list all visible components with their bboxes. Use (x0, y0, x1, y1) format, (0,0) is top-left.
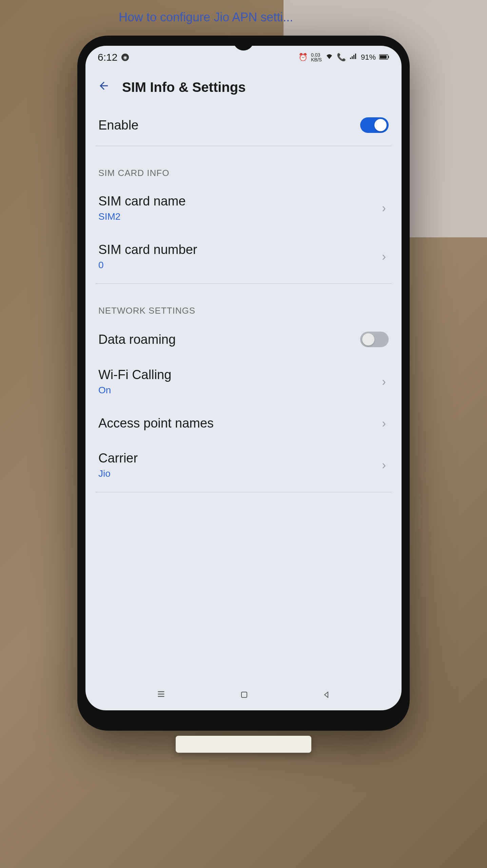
divider (96, 492, 391, 492)
nav-recents-icon[interactable] (148, 685, 174, 706)
sim-card-name-label: SIM card name (98, 194, 379, 209)
enable-row[interactable]: Enable (96, 107, 391, 143)
wifi-icon (325, 53, 333, 62)
data-roaming-row[interactable]: Data roaming (96, 321, 391, 357)
sim-card-number-value: 0 (98, 260, 379, 271)
enable-toggle[interactable] (360, 117, 389, 133)
net-speed-icon: 0.03 KB/S (311, 53, 322, 62)
apn-row[interactable]: Access point names › (96, 406, 391, 441)
wifi-calling-value: On (98, 385, 379, 396)
phone-stand (176, 736, 311, 753)
battery-percent: 91% (361, 53, 376, 62)
divider (96, 146, 391, 146)
signal-icon (349, 53, 357, 62)
wifi-calling-row[interactable]: Wi-Fi Calling On › (96, 357, 391, 406)
chevron-right-icon: › (379, 375, 389, 389)
carrier-row[interactable]: Carrier Jio › (96, 441, 391, 489)
battery-icon (379, 53, 389, 62)
nav-home-icon[interactable] (232, 685, 256, 706)
status-app-icon: ◉ (121, 54, 129, 61)
svg-rect-2 (353, 55, 354, 59)
chevron-right-icon: › (379, 250, 389, 264)
toggle-knob (374, 119, 387, 131)
settings-content: Enable SIM CARD INFO SIM card name SIM2 … (85, 107, 402, 680)
background-browser-tab-text: How to configure Jio APN setti... (119, 10, 293, 24)
status-right: ⏰ 0.03 KB/S 📞 91% (298, 53, 389, 62)
apn-label: Access point names (98, 416, 379, 431)
chevron-right-icon: › (379, 416, 389, 431)
svg-rect-3 (355, 54, 356, 59)
alarm-icon: ⏰ (298, 53, 308, 62)
sim-card-name-row[interactable]: SIM card name SIM2 › (96, 184, 391, 232)
svg-rect-5 (380, 55, 387, 59)
chevron-right-icon: › (379, 201, 389, 215)
page-title: SIM Info & Settings (122, 80, 246, 95)
svg-rect-6 (388, 56, 389, 58)
data-roaming-label: Data roaming (98, 332, 360, 347)
carrier-value: Jio (98, 468, 379, 479)
phone-body: 6:12 ◉ ⏰ 0.03 KB/S 📞 (77, 36, 410, 731)
back-arrow-icon[interactable] (95, 77, 113, 98)
svg-rect-7 (241, 692, 247, 697)
sim-card-name-value: SIM2 (98, 211, 379, 222)
svg-rect-0 (350, 58, 351, 59)
sim-card-number-row[interactable]: SIM card number 0 › (96, 232, 391, 281)
navigation-bar (85, 680, 402, 710)
enable-label: Enable (98, 118, 360, 133)
status-left: 6:12 ◉ (98, 52, 129, 63)
wifi-calling-label: Wi-Fi Calling (98, 368, 379, 382)
phone-screen: 6:12 ◉ ⏰ 0.03 KB/S 📞 (85, 46, 402, 710)
volte-icon: 📞 (337, 53, 346, 62)
section-header-sim-info: SIM CARD INFO (96, 154, 391, 184)
nav-back-icon[interactable] (314, 685, 339, 706)
sim-card-number-label: SIM card number (98, 242, 379, 257)
section-header-network: NETWORK SETTINGS (96, 292, 391, 321)
divider (96, 283, 391, 284)
screen-header: SIM Info & Settings (85, 69, 402, 107)
carrier-label: Carrier (98, 451, 379, 466)
status-time: 6:12 (98, 52, 117, 63)
svg-rect-1 (352, 56, 353, 59)
toggle-knob (362, 333, 374, 346)
chevron-right-icon: › (379, 458, 389, 472)
data-roaming-toggle[interactable] (360, 332, 389, 347)
